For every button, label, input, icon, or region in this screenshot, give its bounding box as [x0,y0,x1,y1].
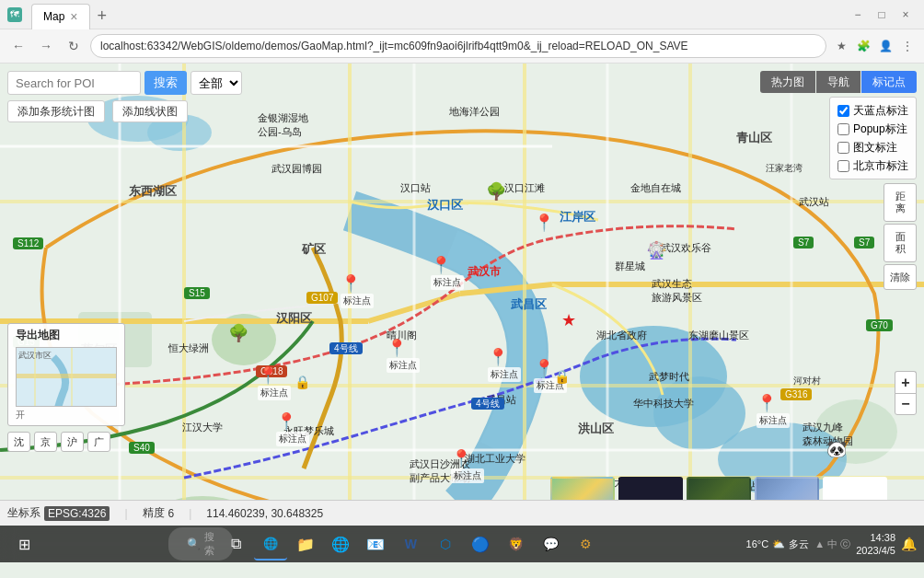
browser-tab[interactable]: Map × [31,4,90,29]
back-btn[interactable]: ← [7,35,29,57]
zoom-in-btn[interactable]: + [895,371,917,393]
zoom-item: 精度 6 [143,505,175,521]
taskbar: ⊞ 🔍 搜索 ⧉ 🌐 📁 🌐 📧 W ⬡ 🔵 🦁 💬 ⚙ 16°C ⛅ 多云 ▲… [0,526,924,562]
nav-guangzhou-btn[interactable]: 广 [87,432,110,452]
export-minimap: 武汉市区 [16,347,117,407]
marker-tab[interactable]: 标记点 [861,71,917,93]
area-label2: 积 [895,243,906,255]
nav-shenyang-btn[interactable]: 沈 [7,432,30,452]
weather-temp: 16°C [746,538,769,549]
checkbox-popup[interactable] [837,123,849,135]
nav-shanghai-btn[interactable]: 沪 [61,432,84,452]
search-input[interactable] [7,71,141,95]
coordinates-value: 114.460239, 30.648325 [206,507,323,520]
crs-value[interactable]: EPSG:4326 [44,506,110,521]
nav-beijing-btn[interactable]: 京 [34,432,57,452]
maximize-btn[interactable]: □ [871,6,893,24]
browser-actions: ★ 🧩 👤 ⋮ [832,37,917,55]
clear-btn[interactable]: 清除 [884,264,917,290]
taskbar-right: 16°C ⛅ 多云 ▲ 中 ⓒ 14:38 2023/4/5 🔔 [746,531,917,558]
address-bar: ← → ↻ ★ 🧩 👤 ⋮ [0,29,924,63]
taskbar-center: 🔍 搜索 ⧉ 🌐 📁 🌐 📧 W ⬡ 🔵 🦁 💬 ⚙ [184,527,602,561]
map-container[interactable]: 搜索 全部 餐饮 酒店 景点 添加条形统计图 添加线状图 热力图 导航 标记点 … [0,64,924,526]
forward-btn[interactable]: → [35,35,57,57]
tab-close-btn[interactable]: × [70,9,77,24]
zoom-out-btn[interactable]: − [895,393,917,415]
taskbar-left: ⊞ [7,527,40,561]
crs-item: 坐标系 EPSG:4326 [7,505,110,521]
search-button[interactable]: 搜索 [144,71,187,95]
profile-btn[interactable]: 👤 [876,37,895,55]
taskbar-dev-btn[interactable]: ⚙ [569,527,602,561]
area-btn[interactable]: 面 积 [884,224,917,262]
export-bottom-label: 开 [16,409,117,422]
zoom-label: 精度 [143,505,165,521]
checkbox-row-3: 北京市标注 [837,156,908,175]
new-tab-btn[interactable]: + [98,6,108,26]
crs-label: 坐标系 [7,505,40,521]
sep-1: | [124,507,127,520]
taskbar-qqbrowser-btn[interactable]: 🦁 [499,527,532,561]
checkbox-beijing[interactable] [837,160,849,172]
taskview-btn[interactable]: ⧉ [219,527,252,561]
sep-2: | [189,507,191,520]
search-taskbar-label: 搜索 [204,530,214,558]
bookmark-btn[interactable]: ★ [832,37,850,55]
address-input[interactable] [90,34,826,58]
taskbar-explorer-btn[interactable]: 📁 [289,527,322,561]
zoom-controls: + − [895,371,917,415]
search-task-btn[interactable]: 🔍 搜索 [184,527,217,561]
time-display: 14:38 [856,531,895,544]
taskbar-wechat-btn[interactable]: 💬 [534,527,567,561]
browser-app-icon: 🌐 [261,534,280,552]
top-right-tabs: 热力图 导航 标记点 [760,71,917,93]
zoom-value: 6 [168,507,175,520]
minimap-label-1: 武汉市区 [18,350,52,362]
taskbar-vscode-btn[interactable]: ⬡ [429,527,462,561]
date-display: 2023/4/5 [856,544,895,557]
system-clock[interactable]: 14:38 2023/4/5 [856,531,895,558]
taskbar-word-btn[interactable]: W [394,527,427,561]
checkbox-row-0: 天蓝点标注 [837,101,908,120]
close-btn[interactable]: × [895,6,917,24]
navigation-tab[interactable]: 导航 [816,71,860,93]
title-bar: 🗺 Map × + − □ × [0,0,924,29]
distance-label2: 离 [895,202,906,214]
weather-condition: 多云 [789,538,809,551]
menu-btn[interactable]: ⋮ [898,37,917,55]
reload-btn[interactable]: ↻ [63,35,85,57]
distance-btn[interactable]: 距 离 [884,183,917,222]
heatmap-tab[interactable]: 热力图 [760,71,815,93]
area-label: 面 [895,231,906,243]
taskbar-mail-btn[interactable]: 📧 [359,527,392,561]
taskbar-edge-btn[interactable]: 🌐 [324,527,357,561]
minimize-btn[interactable]: − [847,6,869,24]
tab-label: Map [43,10,64,23]
add-line-chart-btn[interactable]: 添加线状图 [112,100,188,122]
left-nav: 沈 京 沪 广 [7,432,110,452]
search-icon: 🔍 [187,538,201,550]
extensions-btn[interactable]: 🧩 [854,37,872,55]
start-btn[interactable]: ⊞ [7,527,40,561]
distance-label: 距 [895,191,906,202]
browser-icon: 🗺 [7,7,22,22]
checkbox-image-text[interactable] [837,142,849,154]
checkbox-image-text-label: 图文标注 [853,140,897,156]
weather-icon: ⛅ [772,538,785,550]
tray-icons: ▲ 中 ⓒ [814,538,850,551]
category-select[interactable]: 全部 餐饮 酒店 景点 [191,71,242,95]
window-controls: − □ × [847,6,917,24]
status-bar: 坐标系 EPSG:4326 | 精度 6 | 114.460239, 30.64… [0,500,924,526]
system-tray: 16°C ⛅ 多云 [746,538,810,551]
map-svg [0,64,924,526]
browser-chrome: 🗺 Map × + − □ × ← → ↻ ★ 🧩 👤 ⋮ [0,0,924,64]
notifications-btn[interactable]: 🔔 [901,537,917,551]
export-panel: 导出地图 武汉市区 开 [7,323,125,426]
taskbar-browser-app[interactable]: 🌐 [254,527,287,561]
taskbar-chrome-btn[interactable]: 🔵 [464,527,497,561]
checkbox-row-2: 图文标注 [837,138,908,156]
svg-rect-30 [17,374,117,378]
add-bar-chart-btn[interactable]: 添加条形统计图 [7,100,105,122]
checkbox-sky-marker[interactable] [837,105,849,117]
checkbox-row-1: Popup标注 [837,120,908,138]
